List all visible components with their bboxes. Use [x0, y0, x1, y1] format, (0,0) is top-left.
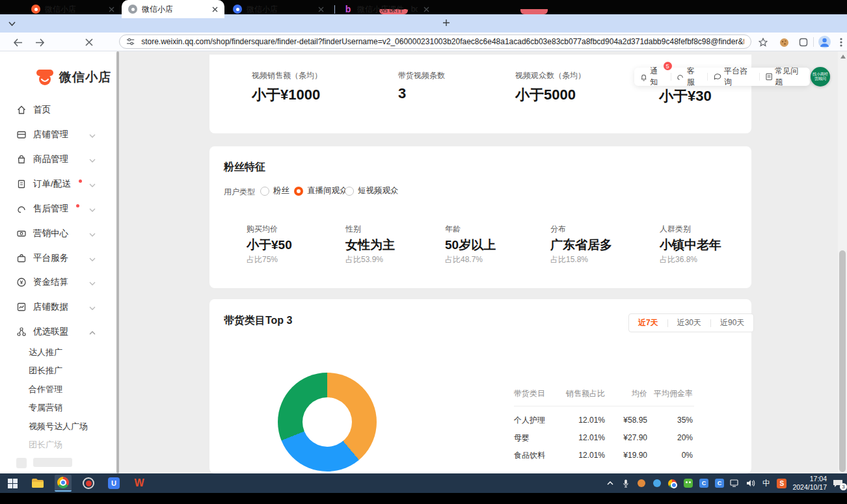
top3-table: 带货类目 销售额占比 均价 平均佣金率 个人护理 12.01% ¥58.95 3…: [514, 385, 694, 464]
fans-card: [209, 146, 751, 288]
fans-title: 粉丝特征: [224, 161, 265, 174]
customer-service-button[interactable]: 客服: [671, 66, 707, 88]
wechat-tray-icon[interactable]: [683, 479, 693, 488]
filter-30days[interactable]: 近30天: [668, 314, 710, 332]
radio-icon[interactable]: [345, 187, 354, 196]
radio-icon[interactable]: [260, 187, 269, 196]
screen-recorder-button[interactable]: [80, 475, 97, 492]
action-center-button[interactable]: 3: [833, 479, 844, 488]
faq-label: 常见问题: [775, 66, 804, 88]
radio-fans[interactable]: 粉丝: [260, 185, 289, 196]
subitem-label: 视频号达人广场: [29, 421, 88, 432]
advisor-label: 找小商经营顾问: [812, 72, 829, 82]
filter-7days[interactable]: 近7天: [629, 314, 667, 332]
new-tab-button[interactable]: [440, 17, 453, 30]
orange-app-tray-icon[interactable]: [636, 479, 646, 488]
browser-tab-1[interactable]: 微信小店: [25, 0, 121, 18]
faq-button[interactable]: 常见问题: [760, 66, 810, 88]
file-explorer-button[interactable]: [29, 475, 46, 492]
bell-icon: [640, 73, 647, 81]
bookmark-star-icon[interactable]: [757, 36, 769, 48]
chart-icon: [16, 302, 27, 312]
tray-expand-button[interactable]: [605, 479, 615, 488]
sidebar-item-orders-delivery[interactable]: 订单/配送: [16, 178, 107, 191]
chevron-down-icon: [89, 282, 96, 285]
radio-live-viewers[interactable]: 直播间观众: [294, 185, 348, 196]
notice-button[interactable]: 通知 5: [634, 66, 671, 88]
sidebar-scrollbar[interactable]: [116, 51, 119, 473]
cookie-extension-icon[interactable]: [778, 36, 790, 48]
scrollbar-up-arrow[interactable]: [840, 55, 846, 59]
volume-tray-icon[interactable]: [746, 479, 755, 488]
top3-title: 带货类目Top 3: [224, 314, 292, 328]
stat-label: 视频观众数（条均）: [515, 70, 585, 81]
sidebar-subitem-leader-promotion[interactable]: 团长推广: [29, 365, 113, 377]
chevron-down-icon: [89, 306, 96, 310]
browser-tab-4[interactable]: b 微信小店课件 - boardmix: [337, 0, 436, 18]
sidebar-item-shop-management[interactable]: 店铺管理: [16, 128, 107, 141]
start-button[interactable]: [4, 475, 21, 492]
sidebar-item-shop-data[interactable]: 店铺数据: [16, 300, 107, 313]
sidebar-subitem-cooperation[interactable]: 合作管理: [29, 384, 113, 395]
cell-avg-price: ¥27.90: [605, 433, 647, 442]
c-app-tray-icon-2[interactable]: C: [714, 479, 724, 488]
sidebar-subitem-daren-plaza[interactable]: 视频号达人广场: [29, 421, 113, 432]
radio-icon[interactable]: [294, 187, 303, 196]
time-filter-group: 近7天 近30天 近90天: [628, 313, 754, 332]
extensions-icon[interactable]: [798, 36, 809, 48]
u-app-button[interactable]: U: [105, 475, 122, 492]
blue-app-tray-icon[interactable]: [652, 479, 662, 488]
coin-icon: [16, 277, 27, 287]
browser-menu-icon[interactable]: [835, 36, 847, 48]
cell-category: 个人护理: [514, 415, 564, 426]
clock-date: 2024/10/17: [792, 483, 827, 492]
tab-close-icon[interactable]: [422, 5, 431, 14]
chrome-taskbar-button[interactable]: [55, 475, 72, 492]
cell-commission: 35%: [647, 416, 693, 425]
address-bar[interactable]: store.weixin.qq.com/shop/findersquare/fi…: [119, 34, 751, 49]
microphone-tray-icon[interactable]: [621, 479, 630, 488]
tab-search-button[interactable]: [7, 18, 17, 29]
col-header-category: 带货类目: [514, 388, 564, 399]
stop-reload-button[interactable]: [83, 36, 95, 48]
filter-90days[interactable]: 近90天: [711, 314, 753, 332]
browser-tab-3[interactable]: 微信小店: [226, 0, 330, 18]
sidebar-item-funds-settlement[interactable]: 资金结算: [16, 276, 107, 289]
chrome-tray-icon[interactable]: [667, 479, 677, 488]
sogou-tray-icon[interactable]: S: [777, 479, 786, 488]
sidebar-item-home[interactable]: 首页: [16, 103, 107, 116]
wps-icon: W: [134, 477, 144, 489]
sidebar-item-aftersales[interactable]: 售后管理: [16, 202, 107, 215]
browser-tab-2-active[interactable]: 微信小店: [122, 0, 224, 18]
sidebar-item-marketing-center[interactable]: 营销中心: [16, 227, 107, 240]
sidebar-subitem-leader-plaza[interactable]: 团长广场: [29, 439, 113, 451]
tab-close-icon[interactable]: [107, 5, 116, 14]
wps-button[interactable]: W: [131, 475, 148, 492]
red-dot-badge: [76, 204, 79, 207]
network-tray-icon[interactable]: [730, 479, 740, 488]
back-button[interactable]: [12, 36, 23, 48]
sidebar-item-label: 营销中心: [33, 228, 68, 239]
sidebar-item-platform-services[interactable]: 平台服务: [16, 252, 107, 265]
radio-label: 粉丝: [273, 185, 289, 196]
tab-close-icon[interactable]: [316, 5, 325, 14]
ime-indicator[interactable]: 中: [761, 479, 771, 488]
sidebar-subitem-exclusive-marketing[interactable]: 专属营销: [29, 402, 113, 414]
forward-button[interactable]: [34, 36, 46, 48]
platform-consult-button[interactable]: 平台咨询: [708, 66, 759, 88]
sidebar-subitem-daren-promotion[interactable]: 达人推广: [29, 347, 113, 358]
cell-category: 食品饮料: [514, 450, 564, 461]
c-app-tray-icon-1[interactable]: C: [699, 479, 708, 488]
advisor-badge[interactable]: 找小商经营顾问: [811, 67, 830, 86]
sidebar-item-alliance[interactable]: 优选联盟: [16, 325, 107, 338]
profile-avatar[interactable]: [818, 36, 831, 48]
tab-close-icon[interactable]: [210, 5, 219, 14]
network-nodes-icon: [16, 326, 27, 337]
chevron-down-icon: [89, 233, 96, 237]
site-settings-icon[interactable]: [126, 38, 135, 46]
taskbar-clock[interactable]: 17:04 2024/10/17: [792, 475, 827, 492]
radio-short-video-viewers[interactable]: 短视频观众: [345, 185, 399, 196]
sidebar-item-product-management[interactable]: 商品管理: [16, 153, 107, 166]
filter-label: 近90天: [720, 317, 744, 328]
page-scrollbar-thumb[interactable]: [839, 250, 846, 472]
